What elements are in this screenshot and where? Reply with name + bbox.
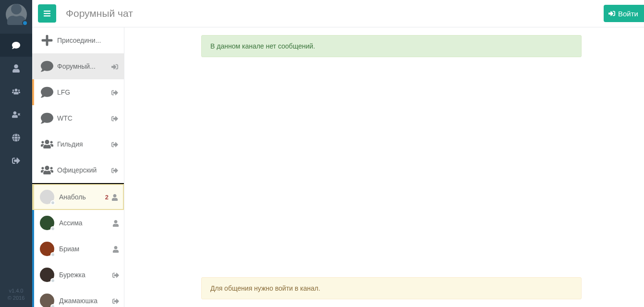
user-name: Джамаюшка — [59, 297, 112, 305]
login-required-alert: Для общения нужно войти в канал. — [201, 277, 582, 299]
plus-icon — [40, 34, 54, 47]
channel-item[interactable]: Форумный... — [32, 53, 124, 79]
copyright-text: © 2016 — [0, 295, 32, 301]
nav-user[interactable] — [0, 57, 32, 80]
comment-icon — [40, 86, 54, 98]
main-content: В данном канале нет сообщений. Для общен… — [124, 27, 644, 307]
menu-toggle-button[interactable] — [38, 4, 56, 23]
nav-chat[interactable] — [0, 34, 32, 57]
globe-icon — [12, 134, 20, 142]
join-label: Присоедини... — [57, 37, 119, 44]
user-item[interactable]: Бурежка — [32, 262, 124, 288]
nav-blocked[interactable] — [0, 103, 32, 126]
user-icon[interactable] — [112, 219, 119, 227]
login-required-text: Для общения нужно войти в канал. — [210, 284, 320, 292]
current-user-avatar[interactable] — [6, 4, 27, 25]
user-name: Ассима — [59, 219, 112, 227]
left-sidebar: v1.4.0 © 2016 — [0, 0, 32, 307]
user-icon[interactable] — [112, 245, 119, 253]
signout-icon[interactable] — [112, 271, 119, 279]
user-name: Бурежка — [59, 271, 112, 279]
status-dot-icon — [22, 20, 28, 26]
channel-label: Гильдия — [57, 140, 110, 148]
user-item[interactable]: Ассима — [32, 210, 124, 236]
signout-icon[interactable] — [110, 114, 119, 122]
users-icon — [40, 138, 54, 150]
user-item[interactable]: Джамаюшка — [32, 288, 124, 307]
user-avatar — [40, 190, 54, 204]
signout-icon[interactable] — [110, 166, 119, 174]
channel-item[interactable]: LFG — [32, 79, 124, 105]
user-avatar — [40, 294, 54, 307]
channel-label: Офицерский — [57, 166, 110, 174]
status-dot-icon — [50, 200, 55, 205]
user-avatar — [40, 216, 54, 230]
bars-icon — [43, 10, 51, 17]
user-icon[interactable] — [111, 193, 118, 201]
channel-item[interactable]: Офицерский — [32, 157, 124, 183]
status-dot-icon — [50, 252, 55, 257]
channel-item[interactable]: WTC — [32, 105, 124, 131]
nav-icons — [0, 34, 32, 172]
user-item[interactable]: Анаболь2 — [32, 184, 124, 210]
login-button[interactable]: Войти — [604, 5, 644, 22]
empty-channel-alert: В данном канале нет сообщений. — [201, 35, 582, 57]
unread-badge: 2 — [105, 194, 109, 201]
status-dot-icon — [50, 304, 55, 307]
user-avatar — [40, 268, 54, 282]
comment-icon — [12, 41, 20, 49]
status-dot-icon — [50, 278, 55, 283]
comment-icon — [40, 112, 54, 124]
user-icon — [12, 64, 20, 73]
top-header: Форумный чат Войти — [32, 0, 644, 27]
signout-icon[interactable] — [112, 297, 119, 305]
comment-icon — [40, 60, 54, 73]
user-avatar — [40, 242, 54, 256]
nav-globe[interactable] — [0, 126, 32, 149]
sidebar-footer: v1.4.0 © 2016 — [0, 287, 32, 301]
channels-panel[interactable]: Присоедини... Форумный...LFGWTCГильдияОф… — [32, 27, 124, 307]
user-x-icon — [12, 111, 20, 119]
join-channel-button[interactable]: Присоедини... — [32, 27, 124, 53]
nav-users[interactable] — [0, 80, 32, 103]
user-name: Анаболь — [59, 193, 105, 201]
signout-icon[interactable] — [110, 88, 119, 96]
signout-icon — [12, 157, 20, 165]
channel-label: Форумный... — [57, 62, 110, 70]
status-dot-icon — [50, 226, 55, 231]
channel-item[interactable]: Гильдия — [32, 131, 124, 157]
signin-icon[interactable] — [110, 62, 119, 70]
channel-label: LFG — [57, 88, 110, 96]
version-text: v1.4.0 — [0, 287, 32, 294]
channel-label: WTC — [57, 114, 110, 122]
users-icon — [40, 164, 54, 176]
page-title: Форумный чат — [66, 8, 133, 19]
user-item[interactable]: Бриам — [32, 236, 124, 262]
login-label: Войти — [618, 10, 638, 18]
empty-channel-text: В данном канале нет сообщений. — [210, 42, 315, 50]
signin-icon — [608, 10, 615, 17]
user-name: Бриам — [59, 245, 112, 253]
signout-icon[interactable] — [110, 140, 119, 148]
nav-signout[interactable] — [0, 149, 32, 172]
users-icon — [12, 87, 20, 96]
